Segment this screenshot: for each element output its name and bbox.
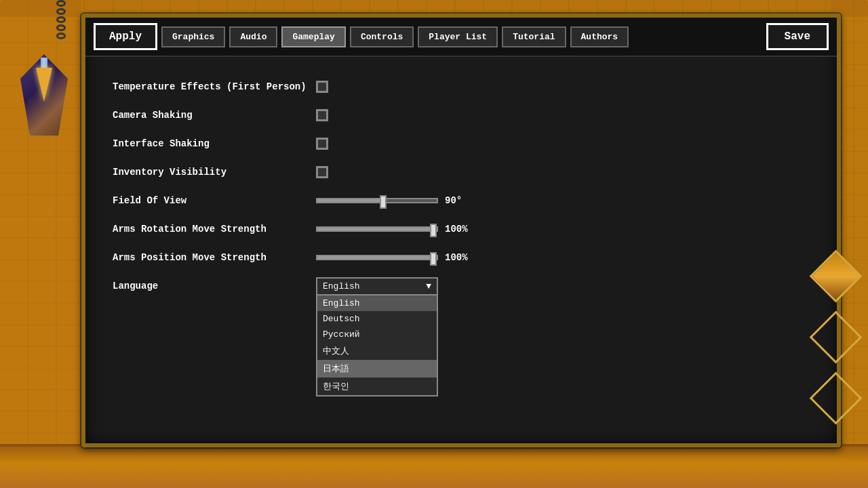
setting-row-arms-rotation: Arms Rotation Move Strength 100% xyxy=(113,220,810,239)
fov-value: 90° xyxy=(445,195,475,206)
fov-slider-fill xyxy=(317,199,383,202)
nav-bar: Apply Graphics Audio Gameplay Controls P… xyxy=(85,18,837,57)
lang-option-chinese[interactable]: 中文人 xyxy=(317,342,437,360)
arms-rotation-slider-container: 100% xyxy=(316,224,475,235)
gem-shape xyxy=(20,54,68,136)
interface-shaking-label: Interface Shaking xyxy=(113,138,316,149)
setting-row-fov: Field Of View 90° xyxy=(113,191,810,210)
settings-table: Temperature Effects (First Person) Camer… xyxy=(113,77,810,296)
chain-link xyxy=(56,24,66,31)
arms-position-value: 100% xyxy=(445,252,475,263)
tab-controls[interactable]: Controls xyxy=(350,26,414,47)
setting-row-inventory-visibility: Inventory Visibility xyxy=(113,163,810,182)
tab-gameplay[interactable]: Gameplay xyxy=(281,26,345,47)
chain-link xyxy=(56,16,66,23)
tab-player-list[interactable]: Player List xyxy=(418,26,498,47)
arms-position-slider-container: 100% xyxy=(316,252,475,263)
bottom-platform xyxy=(0,444,868,488)
setting-row-temperature: Temperature Effects (First Person) xyxy=(113,77,810,96)
arms-rotation-fill xyxy=(317,228,437,230)
temperature-effects-label: Temperature Effects (First Person) xyxy=(113,81,316,92)
tab-audio[interactable]: Audio xyxy=(229,26,277,47)
lang-option-english[interactable]: English xyxy=(317,296,437,311)
setting-row-interface-shaking: Interface Shaking xyxy=(113,134,810,153)
camera-shaking-control xyxy=(316,109,328,121)
interface-shaking-checkbox[interactable] xyxy=(316,138,328,150)
chain-decoration xyxy=(54,0,68,41)
fov-slider-thumb[interactable] xyxy=(380,195,387,209)
tab-graphics[interactable]: Graphics xyxy=(161,26,225,47)
camera-shaking-label: Camera Shaking xyxy=(113,110,316,121)
language-current-value: English xyxy=(323,281,360,291)
temperature-effects-control xyxy=(316,81,328,93)
arms-position-slider[interactable] xyxy=(316,255,438,260)
dropdown-arrow-icon: ▼ xyxy=(426,281,431,291)
inventory-visibility-checkbox[interactable] xyxy=(316,166,328,178)
arms-position-label: Arms Position Move Strength xyxy=(113,252,316,263)
settings-content: Temperature Effects (First Person) Camer… xyxy=(85,57,837,443)
fov-slider[interactable] xyxy=(316,198,438,203)
tab-tutorial[interactable]: Tutorial xyxy=(502,26,566,47)
chain-link xyxy=(56,8,66,15)
chain-link xyxy=(56,0,66,7)
language-dropdown-trigger[interactable]: English ▼ xyxy=(316,277,438,296)
diamonds-decoration xyxy=(817,258,854,417)
gem-decoration xyxy=(20,54,75,149)
arms-rotation-value: 100% xyxy=(445,224,475,235)
setting-row-language: Language English ▼ English Deutsch Русск… xyxy=(113,277,810,296)
chain-link xyxy=(56,33,66,39)
camera-shaking-checkbox[interactable] xyxy=(316,109,328,121)
fov-slider-container: 90° xyxy=(316,195,475,206)
arms-position-thumb[interactable] xyxy=(430,252,437,266)
inventory-visibility-label: Inventory Visibility xyxy=(113,167,316,178)
setting-row-camera-shaking: Camera Shaking xyxy=(113,106,810,125)
arms-rotation-slider[interactable] xyxy=(316,226,438,232)
lang-option-japanese[interactable]: 日本語 xyxy=(317,360,437,378)
lang-option-deutsch[interactable]: Deutsch xyxy=(317,311,437,327)
temperature-effects-checkbox[interactable] xyxy=(316,81,328,93)
setting-row-arms-position: Arms Position Move Strength 100% xyxy=(113,248,810,267)
fov-label: Field Of View xyxy=(113,195,316,206)
tab-authors[interactable]: Authors xyxy=(570,26,629,47)
diamond-filled-top xyxy=(810,250,863,303)
arms-rotation-thumb[interactable] xyxy=(430,224,437,237)
language-dropdown-wrapper: English ▼ English Deutsch Русский 中文人 日本… xyxy=(316,277,438,296)
arrow-head xyxy=(36,68,52,102)
diamond-outline-middle xyxy=(810,311,863,364)
lang-option-russian[interactable]: Русский xyxy=(317,327,437,342)
inventory-visibility-control xyxy=(316,166,328,178)
lang-option-korean[interactable]: 한국인 xyxy=(317,378,437,395)
interface-shaking-control xyxy=(316,138,328,150)
apply-button[interactable]: Apply xyxy=(94,23,157,50)
save-button[interactable]: Save xyxy=(766,23,829,50)
arms-rotation-label: Arms Rotation Move Strength xyxy=(113,224,316,235)
diamond-outline-bottom xyxy=(810,372,863,425)
language-options-list: English Deutsch Русский 中文人 日本語 한국인 xyxy=(316,296,438,396)
main-screen: Apply Graphics Audio Gameplay Controls P… xyxy=(81,14,841,447)
arms-position-fill xyxy=(317,256,437,259)
language-label: Language xyxy=(113,281,316,291)
